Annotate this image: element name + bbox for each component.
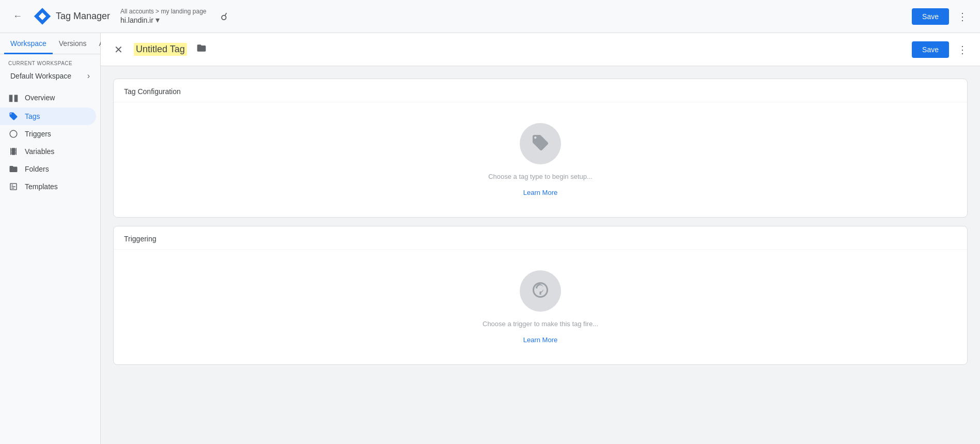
sidebar-label-folders: Folders (25, 165, 49, 173)
tag-configuration-learn-more[interactable]: Learn More (523, 189, 557, 196)
triggering-description: Choose a trigger to make this tag fire..… (483, 320, 598, 328)
overview-icon: ▮▮ (8, 92, 19, 103)
tag-editor-panel: ✕ Untitled Tag Save ⋮ (101, 33, 980, 444)
sidebar-item-tags[interactable]: Tags (0, 108, 96, 125)
tab-workspace[interactable]: Workspace (4, 33, 53, 54)
templates-icon (8, 182, 19, 191)
sidebar-item-triggers[interactable]: Triggers (0, 125, 100, 143)
close-button[interactable]: ✕ (109, 40, 128, 59)
tag-configuration-icon (520, 123, 561, 164)
tag-editor-body: Tag Configuration Choose a tag type to b… (101, 66, 980, 444)
tag-editor-header: ✕ Untitled Tag Save ⋮ (101, 33, 980, 66)
tag-save-button[interactable]: Save (912, 41, 949, 58)
main-layout: Workspace Versions Admin CURRENT WORKSPA… (0, 33, 980, 444)
chevron-down-icon: ▾ (155, 15, 160, 25)
sidebar-item-overview[interactable]: ▮▮ Overview (0, 88, 100, 108)
workspace-selector-button[interactable]: Default Workspace › (4, 68, 96, 84)
sidebar-label-overview: Overview (25, 94, 55, 102)
tag-icon (531, 133, 550, 154)
tag-folder-button[interactable] (193, 41, 210, 58)
variables-icon (8, 147, 19, 156)
folder-icon (196, 43, 207, 56)
sidebar-label-variables: Variables (25, 147, 54, 156)
top-bar: ← Tag Manager All accounts > my landing … (0, 0, 980, 33)
tag-configuration-description: Choose a tag type to begin setup... (488, 173, 593, 180)
sidebar-label-triggers: Triggers (25, 130, 51, 138)
app-name: Tag Manager (56, 11, 110, 22)
tags-icon (8, 112, 19, 121)
sidebar-label-tags: Tags (25, 112, 40, 120)
triggering-title: Triggering (114, 226, 967, 250)
sidebar: Workspace Versions Admin CURRENT WORKSPA… (0, 33, 101, 444)
tag-configuration-title: Tag Configuration (114, 79, 967, 102)
triggers-icon (8, 129, 19, 139)
sidebar-label-templates: Templates (25, 182, 58, 191)
logo-inner-diamond (38, 12, 46, 21)
sidebar-item-templates[interactable]: Templates (0, 178, 100, 195)
current-workspace-label: CURRENT WORKSPACE (0, 54, 100, 68)
triggering-icon (520, 270, 561, 312)
account-info: All accounts > my landing page hi.landin… (120, 8, 206, 25)
tag-configuration-card[interactable]: Tag Configuration Choose a tag type to b… (113, 79, 968, 218)
sidebar-item-folders[interactable]: Folders (0, 160, 100, 178)
back-button[interactable]: ← (8, 7, 27, 26)
account-name: hi.landin.ir (120, 16, 153, 24)
close-icon: ✕ (114, 43, 123, 56)
tag-configuration-body[interactable]: Choose a tag type to begin setup... Lear… (114, 102, 967, 217)
triggering-body[interactable]: Choose a trigger to make this tag fire..… (114, 250, 967, 364)
workspace-tabs: Workspace Versions Admin (0, 33, 100, 54)
logo-area: Tag Manager (33, 7, 110, 26)
save-button[interactable]: Save (912, 8, 949, 25)
tag-editor-actions: Save ⋮ (912, 40, 972, 59)
sidebar-item-variables[interactable]: Variables (0, 143, 100, 160)
tag-title[interactable]: Untitled Tag (134, 43, 187, 56)
tag-more-button[interactable]: ⋮ (953, 40, 972, 59)
workspace-chevron-icon: › (87, 71, 90, 81)
tab-versions[interactable]: Versions (53, 33, 93, 54)
more-options-button[interactable]: ⋮ (953, 7, 972, 26)
tag-more-icon: ⋮ (957, 43, 968, 56)
triggering-learn-more[interactable]: Learn More (523, 336, 557, 344)
content-area: Tags ✕ Untitled Tag Sav (101, 33, 980, 444)
breadcrumb: All accounts > my landing page (120, 8, 206, 15)
search-icon: ☌ (221, 10, 227, 23)
nav-section: ▮▮ Overview Tags Triggers (0, 84, 100, 200)
top-bar-right: Save ⋮ (912, 7, 972, 26)
workspace-name: Default Workspace (10, 72, 71, 80)
trigger-icon (531, 281, 550, 301)
more-icon: ⋮ (957, 10, 968, 23)
triggering-card[interactable]: Triggering Choose a trigger to make this… (113, 226, 968, 365)
search-button[interactable]: ☌ (215, 7, 234, 26)
account-dropdown-button[interactable]: hi.landin.ir ▾ (120, 15, 206, 25)
app-logo (33, 7, 52, 26)
folders-icon (8, 164, 19, 174)
